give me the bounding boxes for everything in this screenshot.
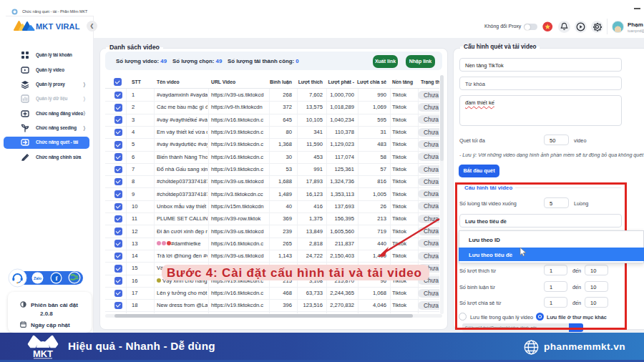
- svg-text:Zalo: Zalo: [34, 276, 42, 280]
- svg-text:MKT: MKT: [33, 348, 53, 359]
